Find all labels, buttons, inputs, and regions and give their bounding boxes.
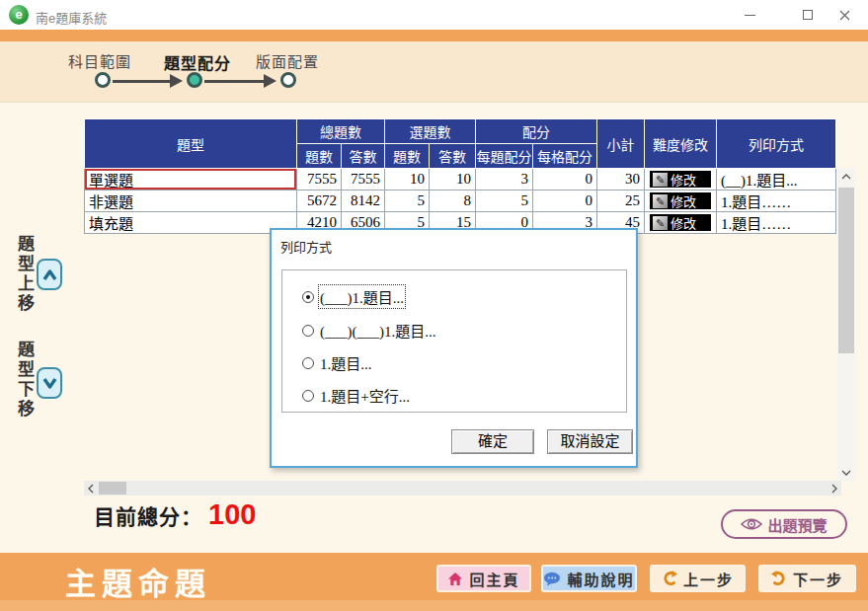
dialog-title: 列印方式 <box>280 237 332 256</box>
speech-bubble-icon <box>543 572 561 586</box>
per-question-points-cell[interactable]: 3 <box>476 169 533 191</box>
circular-arrow-right-icon <box>771 571 787 586</box>
col-header-selected-group: 選題數 <box>385 119 476 144</box>
print-option-label[interactable]: 1.題目... <box>320 352 372 373</box>
type-cell-selected[interactable]: 單選題 <box>85 169 297 191</box>
help-button-label: 輔助說明 <box>567 569 634 589</box>
previous-step-button[interactable]: 上一步 <box>650 565 746 592</box>
home-icon <box>447 572 463 586</box>
move-type-down-label: 題型下移 <box>12 341 37 420</box>
print-option-4[interactable]: 1.題目+空行... <box>302 385 410 406</box>
edit-difficulty-button[interactable]: ✎修改 <box>650 214 711 231</box>
total-questions-cell: 7555 <box>297 169 342 191</box>
per-blank-points-cell[interactable]: 0 <box>533 169 597 191</box>
move-type-up-label: 題型上移 <box>12 235 37 314</box>
vertical-scrollbar-thumb[interactable] <box>838 188 854 353</box>
arrow-down-icon <box>41 377 58 390</box>
total-score-value: 100 <box>208 498 256 531</box>
chevron-left-icon <box>88 484 94 494</box>
horizontal-scrollbar[interactable] <box>84 481 841 496</box>
print-option-label[interactable]: (___)(___)1.題目... <box>320 320 435 341</box>
move-type-down-button[interactable] <box>37 367 62 399</box>
per-question-points-cell[interactable]: 5 <box>476 191 533 212</box>
difficulty-cell: ✎修改 <box>645 191 717 212</box>
print-method-dialog: 列印方式 (___)1.題目... (___)(___)1.題目... 1.題目… <box>270 228 638 468</box>
main-content: 題型 總題數 選題數 配分 小計 難度修改 列印方式 題數 答數 題數 答數 每… <box>0 103 868 553</box>
radio-selected-icon[interactable] <box>302 291 314 303</box>
home-button[interactable]: 回主頁 <box>436 565 531 592</box>
window-title: 南e題庫系統 <box>36 8 107 27</box>
total-questions-cell: 5672 <box>297 191 342 212</box>
col-header-selected-answers: 答數 <box>430 144 476 169</box>
col-header-subtotal: 小計 <box>597 119 645 169</box>
move-type-up-button[interactable] <box>37 259 62 290</box>
scroll-down-button[interactable] <box>837 464 855 481</box>
home-button-label: 回主頁 <box>469 569 519 589</box>
titlebar: e 南e題庫系統 <box>0 0 868 30</box>
col-header-total-group: 總題數 <box>297 119 385 144</box>
app-logo-icon: e <box>9 5 29 25</box>
vertical-scrollbar[interactable] <box>837 168 855 481</box>
page-title: 主題命題 <box>65 559 211 603</box>
exam-preview-button[interactable]: 出題預覽 <box>721 509 847 539</box>
print-method-cell[interactable]: 1.題目…… <box>717 212 836 234</box>
radio-icon[interactable] <box>302 390 314 402</box>
type-cell[interactable]: 填充題 <box>85 212 297 234</box>
step-question-allocation[interactable]: 題型配分 <box>164 50 231 74</box>
edit-difficulty-button[interactable]: ✎修改 <box>650 171 711 188</box>
type-cell[interactable]: 非選題 <box>85 191 297 212</box>
selected-questions-cell[interactable]: 5 <box>385 191 430 212</box>
step-subject-range[interactable]: 科目範圍 <box>68 50 131 71</box>
step-connector-2 <box>204 80 264 83</box>
per-blank-points-cell[interactable]: 0 <box>533 191 597 212</box>
print-method-cell[interactable]: (__)1.題目... <box>717 169 836 191</box>
dialog-cancel-button[interactable]: 取消設定 <box>547 429 633 454</box>
dialog-ok-button[interactable]: 確定 <box>451 429 534 454</box>
minimize-button[interactable] <box>733 0 766 30</box>
help-button[interactable]: 輔助說明 <box>541 565 637 592</box>
selected-questions-cell[interactable]: 10 <box>385 169 430 191</box>
col-header-points-group: 配分 <box>476 119 597 144</box>
arrow-up-icon <box>41 268 58 281</box>
step-circle-2-active[interactable] <box>187 72 202 88</box>
print-method-cell[interactable]: 1.題目…… <box>717 191 836 212</box>
radio-icon[interactable] <box>302 357 314 369</box>
pen-icon: ✎ <box>653 173 668 187</box>
close-icon <box>839 10 850 21</box>
selected-answers-cell[interactable]: 10 <box>430 169 476 191</box>
table-row: 非選題 5672 8142 5 8 5 0 25 ✎修改 1.題目…… <box>85 191 836 212</box>
print-option-label[interactable]: 1.題目+空行... <box>320 385 410 406</box>
step-arrow-icon-1 <box>170 74 183 88</box>
scroll-left-button[interactable] <box>84 481 98 496</box>
selected-answers-cell[interactable]: 8 <box>430 191 476 212</box>
print-option-3[interactable]: 1.題目... <box>302 352 372 373</box>
maximize-button[interactable] <box>791 0 825 30</box>
col-header-total-questions: 題數 <box>297 144 342 169</box>
scroll-right-button[interactable] <box>828 481 841 496</box>
question-type-table: 題型 總題數 選題數 配分 小計 難度修改 列印方式 題數 答數 題數 答數 每… <box>84 118 836 234</box>
step-connector-1 <box>113 80 170 83</box>
pen-icon: ✎ <box>653 194 668 208</box>
radio-icon[interactable] <box>302 325 314 337</box>
print-option-label[interactable]: (___)1.題目... <box>320 286 404 307</box>
edit-difficulty-button[interactable]: ✎修改 <box>650 192 711 209</box>
orange-divider-band <box>0 30 868 41</box>
next-step-button[interactable]: 下一步 <box>758 565 856 592</box>
horizontal-scrollbar-thumb[interactable] <box>99 482 126 495</box>
minimize-icon <box>745 15 755 16</box>
next-step-label: 下一步 <box>793 569 843 589</box>
previous-step-label: 上一步 <box>683 569 734 589</box>
col-header-selected-questions: 題數 <box>385 144 430 169</box>
edit-button-label: 修改 <box>671 170 696 189</box>
step-circle-1[interactable] <box>95 72 111 88</box>
print-option-2[interactable]: (___)(___)1.題目... <box>302 320 435 341</box>
step-page-layout[interactable]: 版面配置 <box>256 50 319 71</box>
edit-button-label: 修改 <box>671 213 696 232</box>
print-option-1[interactable]: (___)1.題目... <box>302 286 404 307</box>
subtotal-cell: 30 <box>597 169 645 191</box>
table-row: 單選題 7555 7555 10 10 3 0 30 ✎修改 (__)1.題目.… <box>85 169 836 191</box>
scroll-up-button[interactable] <box>837 168 855 185</box>
col-header-type: 題型 <box>85 119 297 169</box>
close-button[interactable] <box>828 0 861 30</box>
step-circle-3[interactable] <box>280 72 296 88</box>
